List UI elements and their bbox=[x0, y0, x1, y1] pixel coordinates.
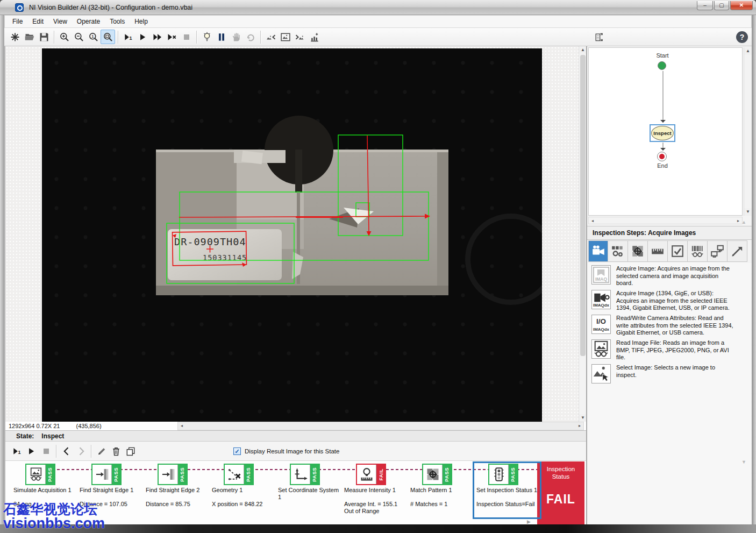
step-result: Distance = 107.05 bbox=[80, 501, 143, 508]
svg-text:1: 1 bbox=[18, 449, 20, 454]
step-name: Geometry 1 bbox=[212, 487, 274, 494]
step-find-straight-edge-1[interactable]: PASSFind Straight Edge 1Distance = 107.0… bbox=[77, 461, 142, 524]
zoom-out-button[interactable] bbox=[72, 30, 86, 44]
run-once-button[interactable]: 1 bbox=[121, 30, 135, 44]
copy-step-button[interactable] bbox=[123, 444, 138, 458]
step-result: 04.png bbox=[13, 501, 77, 508]
image-canvas[interactable]: DR-0909TH04150331145 bbox=[5, 46, 579, 422]
app-logo-icon bbox=[15, 3, 24, 12]
acquire-step-item[interactable]: I/OIMAQdxRead/Write Camera Attributes: R… bbox=[591, 315, 746, 337]
state-toolbar: 1 ✓ Display Result Image for this State bbox=[5, 442, 586, 460]
tab-additional-tools[interactable] bbox=[728, 240, 747, 262]
run-state-once-button[interactable]: 1 bbox=[10, 444, 24, 458]
edit-step-button[interactable] bbox=[94, 444, 109, 458]
stop-button[interactable] bbox=[179, 30, 194, 44]
image-display-button[interactable] bbox=[278, 30, 293, 44]
image-horizontal-scrollbar[interactable]: ◂ ▸ bbox=[177, 422, 584, 430]
image-status-bar: 1292x964 0.72X 21 (435,856) ◂ ▸ bbox=[5, 422, 586, 430]
state-diagram-view-button[interactable] bbox=[591, 30, 606, 44]
menu-edit[interactable]: Edit bbox=[28, 16, 48, 27]
tab-measure-features[interactable] bbox=[648, 240, 668, 262]
previous-image-button[interactable] bbox=[263, 30, 278, 44]
stop-state-button[interactable] bbox=[39, 444, 53, 458]
run-button[interactable] bbox=[135, 30, 150, 44]
close-button[interactable]: ✕ bbox=[730, 1, 753, 10]
image-vertical-scrollbar[interactable]: ▲ ▼ bbox=[579, 46, 586, 422]
tab-communicate[interactable] bbox=[708, 240, 728, 262]
step-find-straight-edge-2[interactable]: PASSFind Straight Edge 2Distance = 85.75 bbox=[144, 461, 209, 524]
diagram-inspect-node[interactable]: Inspect bbox=[650, 124, 675, 142]
tab-identify-parts[interactable] bbox=[688, 240, 708, 262]
step-name: Find Straight Edge 2 bbox=[146, 487, 208, 494]
window-right-border bbox=[752, 15, 756, 524]
save-button[interactable] bbox=[37, 30, 51, 44]
diagram-horizontal-scrollbar[interactable]: ◂ ▸ bbox=[588, 217, 743, 224]
tab-check-presence[interactable] bbox=[668, 240, 688, 262]
acquire-step-item[interactable]: IMAQAcquire Image: Acquires an image fro… bbox=[591, 265, 746, 287]
pan-hand-button[interactable] bbox=[229, 30, 243, 44]
inspection-status-title: Inspection Status bbox=[537, 461, 584, 480]
maximize-button[interactable]: ▢ bbox=[714, 1, 729, 10]
run-state-button[interactable] bbox=[24, 444, 39, 458]
display-result-image-label: Display Result Image for this State bbox=[245, 448, 339, 454]
inspection-image[interactable]: DR-0909TH04150331145 bbox=[42, 48, 542, 422]
step-result: Distance = 85.75 bbox=[146, 501, 209, 508]
redo-button[interactable] bbox=[243, 30, 258, 44]
tab-acquire-images[interactable] bbox=[588, 240, 608, 262]
step-set-coordinate-system-1[interactable]: PASSSet Coordinate System 1 bbox=[276, 461, 341, 524]
acquire-step-item[interactable]: Read Image File: Reads an image from a B… bbox=[591, 339, 746, 361]
open-folder-button[interactable] bbox=[22, 30, 37, 44]
imaqdx-camera-icon: IMAQdx bbox=[591, 290, 611, 309]
menu-file[interactable]: File bbox=[8, 16, 27, 27]
step-match-pattern-1[interactable]: PASSMatch Pattern 1# Matches = 1 bbox=[408, 461, 473, 524]
run-stop-on-fail-button[interactable] bbox=[165, 30, 179, 44]
svg-text:IMAQdx: IMAQdx bbox=[593, 303, 610, 308]
menu-tools[interactable]: Tools bbox=[105, 16, 129, 27]
previous-state-button[interactable] bbox=[59, 444, 74, 458]
state-diagram[interactable]: Start Inspect End bbox=[588, 47, 743, 216]
pause-button[interactable] bbox=[214, 30, 229, 44]
acquire-step-item[interactable]: Select Image: Selects a new image to ins… bbox=[591, 364, 746, 383]
coordinate-system-icon bbox=[291, 465, 310, 484]
zoom-fit-button[interactable] bbox=[101, 30, 115, 44]
delete-step-button[interactable] bbox=[109, 444, 123, 458]
step-name: Set Inspection Status 1 bbox=[476, 487, 539, 494]
next-state-button[interactable] bbox=[74, 444, 88, 458]
help-button[interactable]: ? bbox=[736, 31, 748, 43]
image-info: 1292x964 0.72X 21 bbox=[9, 423, 60, 429]
zoom-100-button[interactable]: 1 bbox=[86, 30, 101, 44]
geometry-icon bbox=[225, 465, 244, 484]
menu-view[interactable]: View bbox=[49, 16, 72, 27]
step-name: Measure Intensity 1 bbox=[344, 487, 406, 494]
io-attributes-icon: I/OIMAQdx bbox=[591, 315, 611, 334]
step-measure-intensity-1[interactable]: FAILMeasure Intensity 1Average Int. = 15… bbox=[342, 461, 407, 524]
step-result: Average Int. = 155.1Out of Range bbox=[344, 501, 408, 515]
diagram-start-node[interactable] bbox=[658, 61, 666, 70]
run-continuous-button[interactable] bbox=[150, 30, 165, 44]
read-image-file-icon bbox=[591, 339, 611, 359]
diagram-vertical-scrollbar[interactable]: ▲ ▼ bbox=[744, 47, 751, 216]
svg-text:1: 1 bbox=[129, 35, 132, 40]
select-image-icon bbox=[591, 364, 611, 383]
step-simulate-acquisition-1[interactable]: PASSSimulate Acquisition 104.png bbox=[11, 461, 76, 524]
acquire-step-item[interactable]: IMAQdxAcquire Image (1394, GigE, or USB)… bbox=[591, 290, 746, 312]
menu-operate[interactable]: Operate bbox=[73, 16, 104, 27]
diagram-inspect-label: Inspect bbox=[651, 126, 674, 140]
match-pattern-icon bbox=[423, 465, 443, 484]
inspection-status-value: FAIL bbox=[537, 492, 584, 507]
new-wizard-button[interactable] bbox=[8, 30, 22, 44]
menu-help[interactable]: Help bbox=[130, 16, 152, 27]
diagram-end-node[interactable] bbox=[657, 152, 667, 161]
step-geometry-1[interactable]: PASSGeometry 1X position = 848.22 bbox=[210, 461, 275, 524]
tab-enhance-images[interactable] bbox=[608, 240, 628, 262]
image-log-button[interactable] bbox=[307, 30, 322, 44]
title-bar: NI Vision Builder AI (32-bit) - Configur… bbox=[0, 0, 756, 15]
display-result-image-checkbox[interactable]: ✓ bbox=[233, 447, 241, 455]
light-bulb-button[interactable] bbox=[199, 30, 214, 44]
step-set-inspection-status-1[interactable]: PASSSet Inspection Status 1Inspection St… bbox=[474, 461, 539, 524]
step-status-badge: PASS bbox=[509, 465, 517, 484]
minimize-button[interactable]: – bbox=[697, 1, 713, 10]
tab-locate-features[interactable] bbox=[628, 240, 648, 262]
zoom-in-button[interactable] bbox=[57, 30, 72, 44]
next-image-button[interactable] bbox=[293, 30, 307, 44]
